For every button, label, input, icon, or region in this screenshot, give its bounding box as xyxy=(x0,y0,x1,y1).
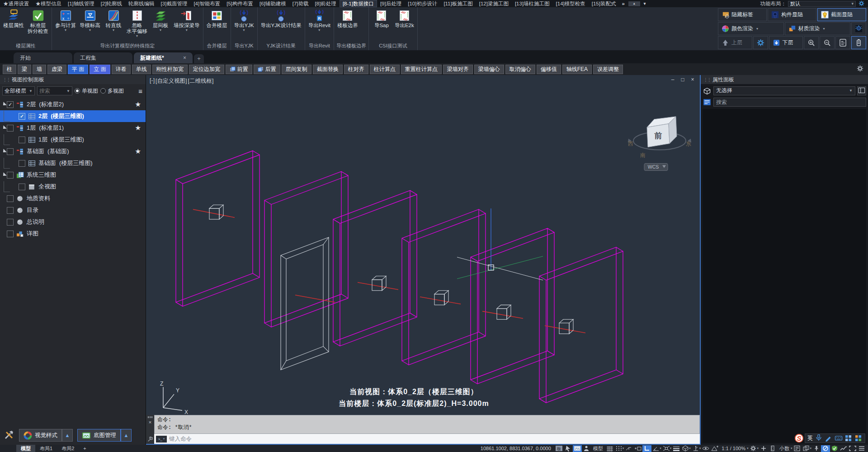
tree-item-基础面-(基础面)[interactable]: 基础面(基础面)★ xyxy=(0,146,146,157)
sb-props-icon[interactable] xyxy=(793,445,802,452)
ribbon-button-导Sap[interactable]: 导Sap xyxy=(370,8,393,29)
toolbar-button-截面替换[interactable]: 截面替换 xyxy=(313,65,343,74)
sb-expand-icon[interactable] xyxy=(848,445,857,452)
toolbar-button-取消偏心[interactable]: 取消偏心 xyxy=(505,65,535,74)
new-tab-button[interactable]: + xyxy=(194,54,204,63)
panel-grip-icon[interactable]: ⋮⋮ xyxy=(3,77,10,82)
sb-cursor-icon[interactable] xyxy=(564,445,573,452)
ime-mic-icon[interactable] xyxy=(815,434,823,442)
chevron-down-icon[interactable]: ▾ xyxy=(623,447,624,450)
menu-item-15[interactable]: [11]板施工图 xyxy=(440,0,476,7)
tree-item-地质资料[interactable]: 地质资料 xyxy=(0,193,146,204)
model-space-label[interactable]: 模型 xyxy=(591,445,605,452)
menu-item-3[interactable]: [1]轴线管理 xyxy=(65,0,98,7)
tree-checkbox[interactable] xyxy=(7,148,14,155)
viewport-minimize-control[interactable]: [-] xyxy=(150,77,155,85)
sb-infer-icon[interactable] xyxy=(624,445,633,452)
ribbon-button-导出E2k[interactable]: 导出E2k xyxy=(393,8,416,29)
view-list-menu-button[interactable]: ≡ xyxy=(138,87,143,95)
menu-item-1[interactable]: ★通用设置 xyxy=(0,0,33,7)
view-tool-截面显隐[interactable]: 截面显隐 xyxy=(817,8,866,21)
star-icon[interactable]: ★ xyxy=(135,124,146,132)
tree-search-input[interactable] xyxy=(39,88,64,94)
sb-menu-icon[interactable] xyxy=(857,445,866,452)
ribbon-button-参与计算[interactable]: +−x÷参与计算▾ xyxy=(53,8,78,33)
doc-tab-新建图纸[interactable]: 新建图纸*× xyxy=(134,52,193,63)
menu-item-6[interactable]: [3]截面管理 xyxy=(158,0,191,7)
close-icon[interactable]: × xyxy=(689,76,696,83)
menu-item-2[interactable]: ★模型信息 xyxy=(33,0,65,7)
sb-dyn-input-icon[interactable] xyxy=(633,445,642,452)
menu-item-10[interactable]: [7]荷载 xyxy=(289,0,312,7)
sb-plus-icon[interactable] xyxy=(759,445,768,452)
ime-grid-blue-icon[interactable] xyxy=(844,434,853,442)
panel-pin-button[interactable] xyxy=(857,86,866,95)
view-tool-隐藏标签[interactable]: 隐藏标签 xyxy=(718,8,767,21)
toolbar-button-虚梁[interactable]: 虚梁 xyxy=(47,65,66,74)
viewport-visualstyle-control[interactable]: [二维线框] xyxy=(188,77,214,85)
tree-expander-icon[interactable] xyxy=(1,127,7,129)
sb-annot-vis-icon[interactable] xyxy=(701,445,710,452)
ime-pen-icon[interactable] xyxy=(825,434,833,442)
sb-copy-icon[interactable] xyxy=(802,445,811,452)
toolbar-button-层间复制[interactable]: 层间复制 xyxy=(282,65,311,74)
sb-ruler-icon[interactable] xyxy=(768,445,777,452)
sb-grid-icon[interactable] xyxy=(605,445,614,452)
wcs-selector[interactable]: WCS xyxy=(644,163,668,170)
panel-grip-icon[interactable]: ⋮⋮ xyxy=(703,77,711,82)
properties-panel-header[interactable]: ⋮⋮ 属性面板 xyxy=(701,75,868,84)
viewcube-front-label[interactable]: 前 xyxy=(654,132,662,140)
sb-gear-icon[interactable] xyxy=(749,445,758,452)
menu-item-12[interactable]: [8-1]数据接口 xyxy=(340,0,377,7)
menu-item-8[interactable]: [5]构件布置 xyxy=(223,0,256,7)
doc-tab-开始[interactable]: 开始 xyxy=(14,52,72,63)
doc-tab-工程集[interactable]: 工程集 xyxy=(74,52,132,63)
chevron-down-icon[interactable]: ▾ xyxy=(747,447,749,450)
layer-tool-上层[interactable]: 上层 xyxy=(718,36,752,49)
viewcube-east-label[interactable]: 东 xyxy=(686,141,691,147)
toolbar-button-柱[interactable]: 柱 xyxy=(3,65,16,74)
ime-language-toggle[interactable]: 英 xyxy=(807,434,813,442)
tree-checkbox[interactable] xyxy=(19,160,25,167)
layer-tool-zoom-out[interactable] xyxy=(820,36,835,49)
chevron-down-icon[interactable]: ▾ xyxy=(660,447,661,450)
visual-style-expand-button[interactable]: ▲ xyxy=(62,429,73,442)
tree-checkbox[interactable] xyxy=(7,125,14,132)
command-prompt-icon[interactable]: >_▾ xyxy=(156,436,167,443)
chevron-down-icon[interactable]: ▾ xyxy=(670,447,672,450)
tree-item-1层-(楼层三维图)[interactable]: 1层(楼层三维图) xyxy=(0,134,146,146)
render-tool-材质渲染[interactable]: 材质渲染▾ xyxy=(785,22,851,35)
minimize-icon[interactable]: – xyxy=(669,76,676,83)
visual-style-button[interactable]: 视觉样式 xyxy=(19,429,62,442)
menu-item-9[interactable]: [6]辅助建模 xyxy=(256,0,289,7)
toolbar-button-柱计算点[interactable]: 柱计算点 xyxy=(370,65,400,74)
sb-perf-icon[interactable] xyxy=(839,445,848,452)
floor-filter-dropdown[interactable]: 全部楼层 ▼ xyxy=(2,86,35,95)
toolbar-button-后置[interactable]: 后置 xyxy=(254,65,280,74)
layout-tab-+[interactable]: + xyxy=(79,445,90,452)
tree-item-2层-(标准层2)[interactable]: ✓2层(标准层2)★ xyxy=(0,99,146,110)
sb-shield-icon[interactable] xyxy=(830,445,839,452)
tree-expander-icon[interactable] xyxy=(1,150,7,153)
sb-osnap-icon[interactable] xyxy=(662,445,671,452)
sb-ortho-icon[interactable] xyxy=(642,445,651,452)
chevron-down-icon[interactable]: ▾ xyxy=(757,447,759,450)
basemap-button[interactable]: 底图管理 xyxy=(77,429,121,442)
sb-person-icon[interactable] xyxy=(582,445,591,452)
chevron-down-icon[interactable]: ▾ xyxy=(689,447,691,450)
toolbar-button-梁[interactable]: 梁 xyxy=(18,65,31,74)
layout-dropdown[interactable]: 默认▾ xyxy=(788,1,856,7)
toolbar-settings-gear-icon[interactable] xyxy=(857,65,863,74)
menu-item-7[interactable]: [4]智能布置 xyxy=(190,0,223,7)
ribbon-button-导出Revit[interactable]: R导出Revit▾ xyxy=(307,8,332,33)
menu-item-14[interactable]: [10]初步设计 xyxy=(405,0,440,7)
viewport-3d[interactable]: 前 西 南 东 WCS Z Y xyxy=(146,75,700,415)
tree-item-全视图[interactable]: 全视图 xyxy=(0,181,146,193)
layout-tab-布局2[interactable]: 布局2 xyxy=(57,445,79,452)
tree-checkbox[interactable] xyxy=(19,137,25,143)
tools-icon[interactable] xyxy=(4,430,14,441)
layout-tab-模型[interactable]: 模型 xyxy=(16,445,35,452)
chevron-down-icon[interactable]: ▾ xyxy=(791,447,793,450)
tree-item-1层-(标准层1)[interactable]: 1层(标准层1)★ xyxy=(0,122,146,134)
menu-item-4[interactable]: [2]轮廓线 xyxy=(98,0,125,7)
